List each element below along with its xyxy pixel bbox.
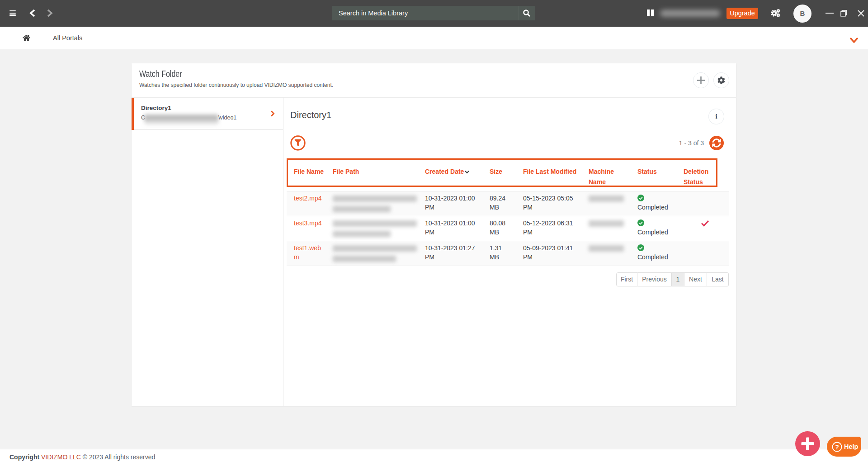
svg-text:?: ? [835, 443, 839, 451]
